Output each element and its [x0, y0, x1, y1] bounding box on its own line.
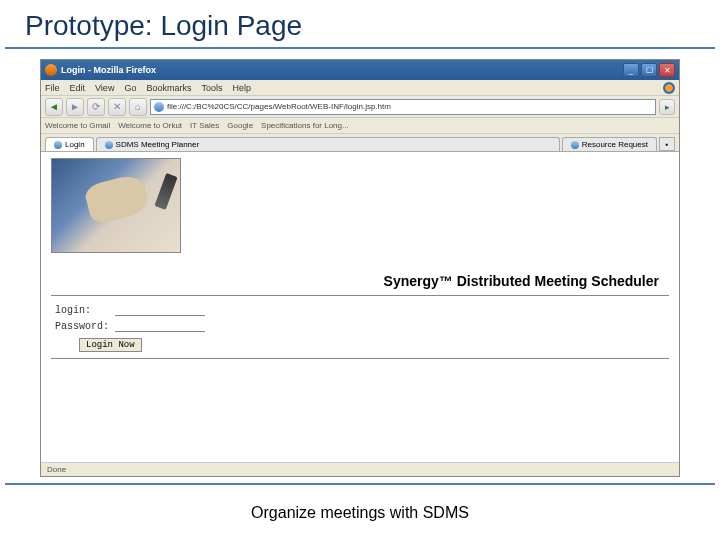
tab-label: Login: [65, 140, 85, 149]
bookmark-item[interactable]: Google: [227, 121, 253, 130]
login-label: login:: [55, 305, 115, 316]
bookmark-item[interactable]: Welcome to Orkut: [118, 121, 182, 130]
firefox-throbber-icon: [663, 82, 675, 94]
status-text: Done: [47, 465, 66, 474]
tab-icon: [54, 141, 62, 149]
tab-strip: Login SDMS Meeting Planner Resource Requ…: [41, 134, 679, 152]
divider: [51, 295, 669, 296]
bookmark-item[interactable]: Specifications for Long...: [261, 121, 349, 130]
url-text: file:///C:/BC%20CS/CC/pages/WebRoot/WEB-…: [167, 102, 391, 111]
page-content: Synergy™ Distributed Meeting Scheduler l…: [41, 152, 679, 462]
tab-label: Resource Request: [582, 140, 648, 149]
back-button[interactable]: ◄: [45, 98, 63, 116]
menubar: File Edit View Go Bookmarks Tools Help: [41, 80, 679, 96]
bookmark-item[interactable]: Welcome to Gmail: [45, 121, 110, 130]
window-titlebar: Login - Mozilla Firefox _ ☐ ✕: [41, 60, 679, 80]
menu-view[interactable]: View: [95, 83, 114, 93]
menu-bookmarks[interactable]: Bookmarks: [146, 83, 191, 93]
login-form: login: Password: Login Now: [51, 302, 669, 352]
login-input[interactable]: [115, 304, 205, 316]
divider: [51, 358, 669, 359]
browser-window: Login - Mozilla Firefox _ ☐ ✕ File Edit …: [40, 59, 680, 477]
menu-file[interactable]: File: [45, 83, 60, 93]
footer-text: Organize meetings with SDMS: [0, 504, 720, 522]
reload-button[interactable]: ⟳: [87, 98, 105, 116]
maximize-button[interactable]: ☐: [641, 63, 657, 77]
tab-label: SDMS Meeting Planner: [116, 140, 200, 149]
close-button[interactable]: ✕: [659, 63, 675, 77]
stop-button[interactable]: ✕: [108, 98, 126, 116]
tab-resource[interactable]: Resource Request: [562, 137, 657, 151]
footer-divider: [5, 483, 715, 485]
address-bar[interactable]: file:///C:/BC%20CS/CC/pages/WebRoot/WEB-…: [150, 99, 656, 115]
tab-sdms[interactable]: SDMS Meeting Planner: [96, 137, 560, 151]
tab-icon: [105, 141, 113, 149]
go-button[interactable]: ▸: [659, 99, 675, 115]
password-label: Password:: [55, 321, 115, 332]
page-icon: [154, 102, 164, 112]
forward-button[interactable]: ►: [66, 98, 84, 116]
new-tab-button[interactable]: ▪: [659, 137, 675, 151]
menu-tools[interactable]: Tools: [201, 83, 222, 93]
menu-go[interactable]: Go: [124, 83, 136, 93]
login-image: [51, 158, 181, 253]
minimize-button[interactable]: _: [623, 63, 639, 77]
bookmarks-toolbar: Welcome to Gmail Welcome to Orkut IT Sal…: [41, 118, 679, 134]
tab-login[interactable]: Login: [45, 137, 94, 151]
firefox-icon: [45, 64, 57, 76]
nav-toolbar: ◄ ► ⟳ ✕ ⌂ file:///C:/BC%20CS/CC/pages/We…: [41, 96, 679, 118]
tab-icon: [571, 141, 579, 149]
bookmark-item[interactable]: IT Sales: [190, 121, 219, 130]
window-title: Login - Mozilla Firefox: [61, 65, 623, 75]
menu-help[interactable]: Help: [232, 83, 251, 93]
login-button[interactable]: Login Now: [79, 338, 142, 352]
menu-edit[interactable]: Edit: [70, 83, 86, 93]
password-input[interactable]: [115, 320, 205, 332]
slide-title: Prototype: Login Page: [5, 0, 715, 49]
status-bar: Done: [41, 462, 679, 476]
brand-heading: Synergy™ Distributed Meeting Scheduler: [51, 273, 669, 289]
home-button[interactable]: ⌂: [129, 98, 147, 116]
